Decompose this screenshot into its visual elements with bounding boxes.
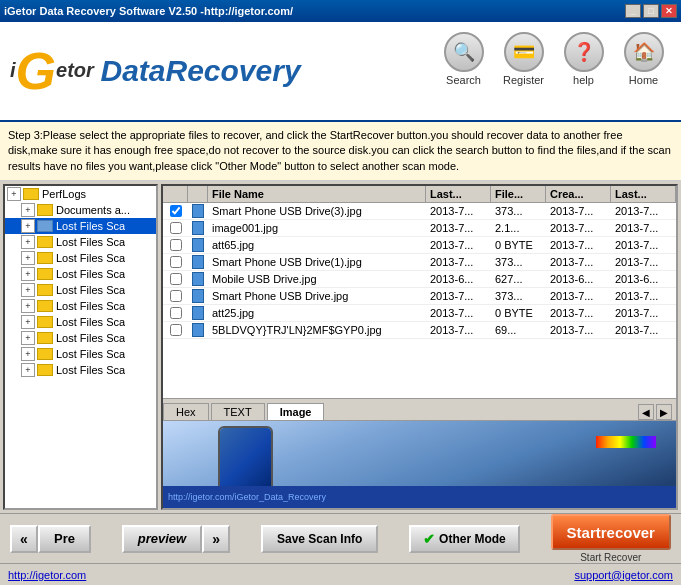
preview-prev-arrow[interactable]: ◀ <box>638 404 654 420</box>
expand-icon[interactable]: + <box>21 299 35 313</box>
tree-item-10[interactable]: + Lost Files Sca <box>5 346 156 362</box>
checkbox-input[interactable] <box>170 290 182 302</box>
table-row[interactable]: att25.jpg 2013-7... 0 BYTE 2013-7... 201… <box>163 305 676 322</box>
expand-icon[interactable]: + <box>21 219 35 233</box>
preview-label: preview <box>122 525 202 553</box>
file-checkbox-6[interactable] <box>163 306 188 320</box>
tree-item-6[interactable]: + Lost Files Sca <box>5 282 156 298</box>
table-row[interactable]: Smart Phone USB Drive(3).jpg 2013-7... 3… <box>163 203 676 220</box>
file-checkbox-3[interactable] <box>163 255 188 269</box>
tab-text[interactable]: TEXT <box>211 403 265 420</box>
logo-data-recovery: DataRecovery <box>100 54 300 88</box>
tree-item-7[interactable]: + Lost Files Sca <box>5 298 156 314</box>
expand-icon[interactable]: + <box>7 187 21 201</box>
minimize-button[interactable]: _ <box>625 4 641 18</box>
expand-icon[interactable]: + <box>21 315 35 329</box>
file-list-body: Smart Phone USB Drive(3).jpg 2013-7... 3… <box>163 203 676 398</box>
tab-image[interactable]: Image <box>267 403 325 420</box>
preview-next-arrow[interactable]: ▶ <box>656 404 672 420</box>
tree-item-11[interactable]: + Lost Files Sca <box>5 362 156 378</box>
file-crea-1: 2013-7... <box>546 221 611 235</box>
checkbox-input[interactable] <box>170 205 182 217</box>
table-row[interactable]: Smart Phone USB Drive(1).jpg 2013-7... 3… <box>163 254 676 271</box>
file-last2-6: 2013-7... <box>611 306 676 320</box>
start-recover-sublabel: Start Recover <box>580 552 641 563</box>
checkbox-input[interactable] <box>170 239 182 251</box>
file-size-7: 69... <box>491 323 546 337</box>
email-link[interactable]: support@igetor.com <box>574 569 673 581</box>
file-crea-2: 2013-7... <box>546 238 611 252</box>
file-checkbox-7[interactable] <box>163 323 188 337</box>
preview-area: Hex TEXT Image ◀ ▶ <box>163 398 676 508</box>
expand-icon[interactable]: + <box>21 363 35 377</box>
file-last2-7: 2013-7... <box>611 323 676 337</box>
save-scan-button[interactable]: Save Scan Info <box>261 525 378 553</box>
expand-icon[interactable]: + <box>21 203 35 217</box>
main-window: i G etor DataRecovery 🔍 Search 💳 Registe… <box>0 22 681 585</box>
expand-icon[interactable]: + <box>21 283 35 297</box>
file-checkbox-5[interactable] <box>163 289 188 303</box>
checkbox-input[interactable] <box>170 222 182 234</box>
tree-label: Lost Files Sca <box>56 316 125 328</box>
file-checkbox-1[interactable] <box>163 221 188 235</box>
table-row[interactable]: att65.jpg 2013-7... 0 BYTE 2013-7... 201… <box>163 237 676 254</box>
file-crea-5: 2013-7... <box>546 289 611 303</box>
expand-icon[interactable]: + <box>21 331 35 345</box>
expand-icon[interactable]: + <box>21 347 35 361</box>
tree-item-4[interactable]: + Lost Files Sca <box>5 250 156 266</box>
preview-next-button[interactable]: » <box>202 525 230 553</box>
folder-icon <box>37 236 53 248</box>
file-size-3: 373... <box>491 255 546 269</box>
file-checkbox-4[interactable] <box>163 272 188 286</box>
checkbox-input[interactable] <box>170 307 182 319</box>
tree-label: Lost Files Sca <box>56 284 125 296</box>
window-controls[interactable]: _ □ ✕ <box>625 4 677 18</box>
register-nav-button[interactable]: 💳 Register <box>496 32 551 86</box>
table-row[interactable]: Mobile USB Drive.jpg 2013-6... 627... 20… <box>163 271 676 288</box>
tree-item-5[interactable]: + Lost Files Sca <box>5 266 156 282</box>
home-nav-button[interactable]: 🏠 Home <box>616 32 671 86</box>
tree-item-2[interactable]: + Lost Files Sca <box>5 218 156 234</box>
search-nav-button[interactable]: 🔍 Search <box>436 32 491 86</box>
folder-tree[interactable]: + PerfLogs + Documents a... + Lost Files… <box>3 184 158 510</box>
tree-item-1[interactable]: + Documents a... <box>5 202 156 218</box>
file-name-2: att65.jpg <box>208 238 426 252</box>
prev-button[interactable]: Pre <box>38 525 91 553</box>
prev-arrow-button[interactable]: « <box>10 525 38 553</box>
file-list-area: File Name Last... File... Crea... Last..… <box>163 186 676 398</box>
expand-icon[interactable]: + <box>21 235 35 249</box>
file-size-0: 373... <box>491 204 546 218</box>
file-last-7: 2013-7... <box>426 323 491 337</box>
tree-label: Lost Files Sca <box>56 300 125 312</box>
checkbox-input[interactable] <box>170 256 182 268</box>
close-button[interactable]: ✕ <box>661 4 677 18</box>
file-last2-5: 2013-7... <box>611 289 676 303</box>
start-recover-button[interactable]: Startrecover <box>551 514 671 550</box>
file-name-1: image001.jpg <box>208 221 426 235</box>
col-file-header: File... <box>491 186 546 202</box>
table-row[interactable]: 5BLDVQY}TRJ'LN}2MF$GYP0.jpg 2013-7... 69… <box>163 322 676 339</box>
table-row[interactable]: image001.jpg 2013-7... 2.1... 2013-7... … <box>163 220 676 237</box>
website-link[interactable]: http://igetor.com <box>8 569 86 581</box>
other-mode-button[interactable]: ✔ Other Mode <box>409 525 520 553</box>
expand-icon[interactable]: + <box>21 267 35 281</box>
tree-item-9[interactable]: + Lost Files Sca <box>5 330 156 346</box>
tree-label: Lost Files Sca <box>56 332 125 344</box>
tree-item-3[interactable]: + Lost Files Sca <box>5 234 156 250</box>
file-name-5: Smart Phone USB Drive.jpg <box>208 289 426 303</box>
preview-tabs-row: Hex TEXT Image ◀ ▶ <box>163 399 676 421</box>
expand-icon[interactable]: + <box>21 251 35 265</box>
tree-item-8[interactable]: + Lost Files Sca <box>5 314 156 330</box>
tree-label: Lost Files Sca <box>56 220 125 232</box>
file-checkbox-2[interactable] <box>163 238 188 252</box>
tab-hex[interactable]: Hex <box>163 403 209 420</box>
tree-label: Lost Files Sca <box>56 236 125 248</box>
checkbox-input[interactable] <box>170 324 182 336</box>
maximize-button[interactable]: □ <box>643 4 659 18</box>
tree-item-perflogs[interactable]: + PerfLogs <box>5 186 156 202</box>
checkbox-input[interactable] <box>170 273 182 285</box>
help-nav-button[interactable]: ❓ help <box>556 32 611 86</box>
header: i G etor DataRecovery 🔍 Search 💳 Registe… <box>0 22 681 122</box>
table-row[interactable]: Smart Phone USB Drive.jpg 2013-7... 373.… <box>163 288 676 305</box>
file-checkbox-0[interactable] <box>163 204 188 218</box>
